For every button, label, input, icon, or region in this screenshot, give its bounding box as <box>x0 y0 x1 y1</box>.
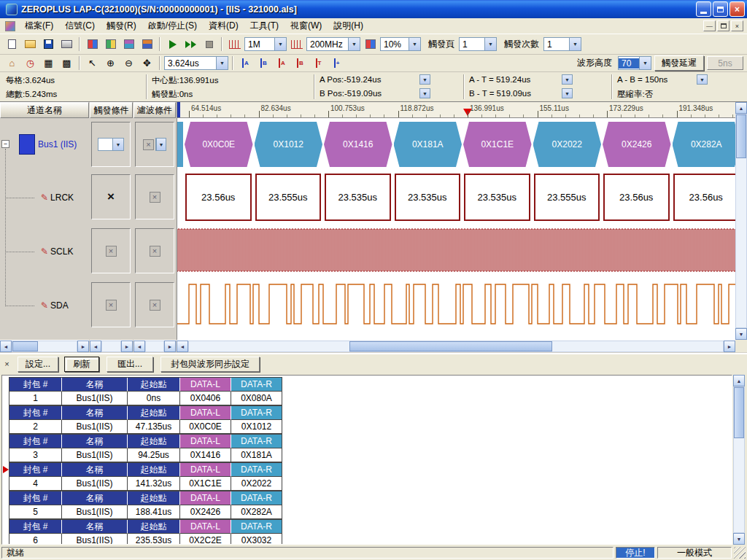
mdi-restore-button[interactable] <box>717 20 729 31</box>
lrck-filter-cell[interactable]: × <box>135 174 174 219</box>
open-file-button[interactable] <box>22 36 39 52</box>
repeat-run-button[interactable] <box>182 36 199 52</box>
stop-button[interactable] <box>201 36 217 52</box>
menu-item[interactable]: 視窗(W) <box>285 18 328 34</box>
a-t-dropdown[interactable]: ▼ <box>562 74 573 85</box>
chevron-down-icon[interactable]: ▼ <box>569 38 581 50</box>
trigger-count-select[interactable]: 1 ▼ <box>543 37 581 51</box>
zoom-in-button[interactable]: ⊕ <box>102 55 119 71</box>
scrollbar-thumb[interactable] <box>12 341 38 351</box>
sda-trigger-cell[interactable]: × <box>91 282 131 327</box>
waveform-vertical-scrollbar[interactable]: ▲ ▼ <box>735 102 747 340</box>
select-cursor-button[interactable]: ↖ <box>84 55 101 71</box>
packet-export-button[interactable]: 匯出... <box>107 357 153 372</box>
run-button[interactable] <box>164 36 181 52</box>
time-scale-select[interactable]: 3.624us ▼ <box>164 56 228 70</box>
scroll-left-icon[interactable]: ◄ <box>90 341 101 352</box>
packet-vertical-scrollbar[interactable]: ▲ ▼ <box>733 375 745 545</box>
filter-column-hscrollbar[interactable]: ◄ ► <box>133 340 176 352</box>
waveform-hscrollbar[interactable]: ◄ ► <box>177 340 735 352</box>
bus-color-box[interactable] <box>19 134 35 155</box>
menu-item[interactable]: 說明(H) <box>328 18 369 34</box>
b-t-dropdown[interactable]: ▼ <box>562 88 573 98</box>
scrollbar-track[interactable] <box>101 341 121 352</box>
sample-rate-button[interactable] <box>288 36 305 52</box>
scroll-up-icon[interactable]: ▲ <box>735 102 747 114</box>
scroll-right-icon[interactable]: ► <box>724 341 735 352</box>
a-pos-dropdown[interactable]: ▼ <box>419 74 430 85</box>
add-bar-button[interactable]: + <box>328 55 345 71</box>
packet-refresh-button[interactable]: 刷新 <box>64 357 99 372</box>
b-pos-dropdown[interactable]: ▼ <box>419 88 430 98</box>
packet-data-row[interactable]: 1Bus1(IIS)0ns0X04060X080A <box>9 392 282 405</box>
ruler[interactable]: 64.514us82.634us100.753us118.872us136.99… <box>177 102 735 118</box>
packet-data-row[interactable]: 4Bus1(IIS)141.32us0X1C1E0X2022 <box>9 477 282 491</box>
scrollbar-thumb[interactable] <box>349 341 552 351</box>
save-button[interactable] <box>40 36 57 52</box>
packet-data-row[interactable]: 3Bus1(IIS)94.25us0X14160X181A <box>9 448 282 462</box>
bus-segment[interactable]: 0X0C0E <box>185 122 253 167</box>
bus-segment[interactable]: 0X1416 <box>324 122 392 167</box>
trigger-delay-button[interactable]: 觸發延遲 <box>654 55 704 71</box>
hand-pan-button[interactable]: ✥ <box>139 55 155 71</box>
channel-item-sda[interactable]: ✎ SDA <box>41 300 69 311</box>
packet-wave-sync-button[interactable]: 封包與波形同步設定 <box>160 357 260 372</box>
scroll-right-icon[interactable]: ► <box>77 341 89 352</box>
memory-depth-select[interactable]: 1M ▼ <box>244 37 287 51</box>
new-file-button[interactable] <box>4 36 20 52</box>
sda-filter-cell[interactable]: × <box>135 282 174 327</box>
goto-b-bar-button[interactable]: B <box>292 55 309 71</box>
bus-segment[interactable]: 0X282A <box>673 122 736 167</box>
tree-expander[interactable]: − <box>1 140 9 148</box>
scroll-left-icon[interactable]: ◄ <box>133 341 145 352</box>
place-a-bar-button[interactable]: A <box>237 55 254 71</box>
filter-combo[interactable]: ▼ <box>155 138 166 151</box>
compress-view-button[interactable]: ▩ <box>58 55 75 71</box>
scroll-left-icon[interactable]: ◄ <box>0 341 12 352</box>
scrollbar-track[interactable] <box>145 341 164 352</box>
scrollbar-track[interactable] <box>12 341 77 352</box>
trigger-position-button[interactable] <box>362 36 379 52</box>
bus-segment[interactable]: 0X1C1E <box>463 122 532 167</box>
zoom-out-button[interactable]: ⊖ <box>120 55 137 71</box>
channel-item-lrck[interactable]: ✎ LRCK <box>41 192 74 203</box>
chevron-down-icon[interactable]: ▼ <box>156 139 166 150</box>
minimize-button[interactable] <box>696 1 711 17</box>
bus-name-label[interactable]: Bus1 (IIS) <box>38 139 77 149</box>
goto-trigger-bar-button[interactable]: T <box>310 55 327 71</box>
sclk-filter-cell[interactable]: × <box>135 228 174 273</box>
scroll-up-icon[interactable]: ▲ <box>733 375 745 386</box>
menu-item[interactable]: 檔案(F) <box>19 18 59 34</box>
trigger-column-hscrollbar[interactable]: ◄ ► <box>90 340 133 352</box>
sampling-setup-button[interactable] <box>84 36 101 52</box>
scroll-left-icon[interactable]: ◄ <box>177 341 188 352</box>
scroll-down-icon[interactable]: ▼ <box>735 328 747 340</box>
chevron-down-icon[interactable]: ▼ <box>484 38 496 50</box>
chevron-down-icon[interactable]: ▼ <box>348 38 360 50</box>
chevron-down-icon[interactable]: ▼ <box>216 57 228 69</box>
memory-depth-button[interactable] <box>226 36 243 52</box>
scrollbar-thumb[interactable] <box>734 387 744 438</box>
sample-rate-select[interactable]: 200MHz ▼ <box>306 37 360 51</box>
packet-data-row[interactable]: 2Bus1(IIS)47.135us0X0C0E0X1012 <box>9 420 282 434</box>
bus-setup-button[interactable] <box>102 36 119 52</box>
scroll-down-icon[interactable]: ▼ <box>733 533 745 545</box>
scroll-right-icon[interactable]: ► <box>164 341 176 352</box>
chevron-down-icon[interactable]: ▼ <box>274 38 286 50</box>
menu-item[interactable]: 工具(T) <box>244 18 285 34</box>
sclk-trigger-cell[interactable]: × <box>91 228 131 273</box>
place-b-bar-button[interactable]: B <box>255 55 272 71</box>
resize-grip[interactable] <box>734 547 746 559</box>
print-button[interactable] <box>58 36 75 52</box>
packet-data-row[interactable]: 5Bus1(IIS)188.41us0X24260X282A <box>9 505 282 519</box>
packet-table[interactable]: 封包 #名稱起始點DATA-LDATA-R1Bus1(IIS)0ns0X0406… <box>1 375 732 545</box>
waveform-display[interactable]: 64.514us82.634us100.753us118.872us136.99… <box>177 102 735 340</box>
packet-settings-button[interactable]: 設定... <box>18 357 58 372</box>
bus-segment[interactable]: 0X2022 <box>533 122 602 167</box>
scrollbar-track[interactable] <box>733 386 745 533</box>
lrck-trigger-cell[interactable]: × <box>91 174 131 219</box>
wave-height-select[interactable]: 70 ▼ <box>618 56 651 70</box>
menu-item[interactable]: 啟動/停止(S) <box>142 18 203 34</box>
trigger-page-select[interactable]: 1 ▼ <box>459 37 497 51</box>
goto-a-bar-button[interactable]: A <box>274 55 290 71</box>
